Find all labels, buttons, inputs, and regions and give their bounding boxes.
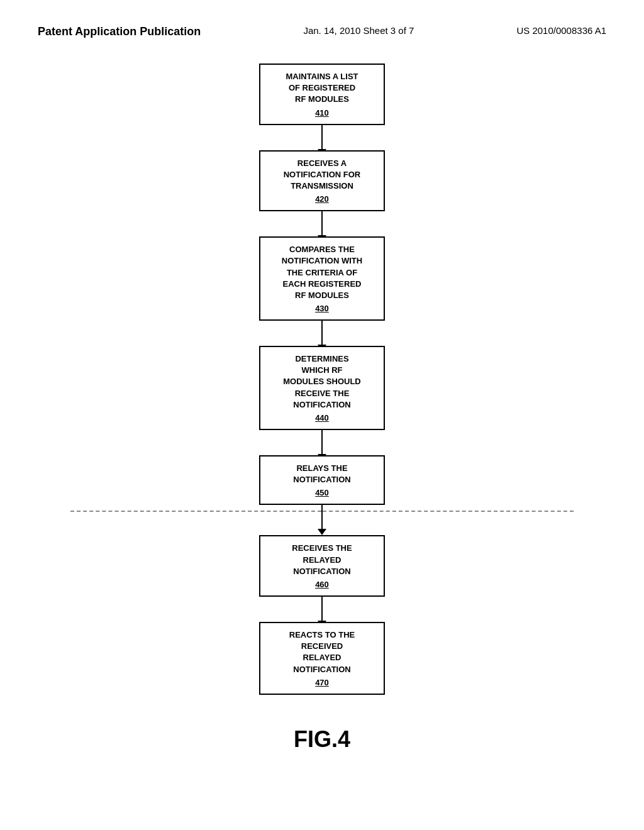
header: Patent Application Publication Jan. 14, … [38, 25, 606, 38]
flow-box-430: COMPARES THENOTIFICATION WITHTHE CRITERI… [259, 236, 385, 321]
box-420-number: 420 [273, 194, 371, 204]
flow-box-450: RELAYS THENOTIFICATION 450 [259, 455, 385, 505]
page: Patent Application Publication Jan. 14, … [0, 0, 644, 830]
flow-box-470: REACTS TO THERECEIVEDRELAYEDNOTIFICATION… [259, 622, 385, 695]
dashed-separator-row [70, 505, 574, 517]
arrow-440-450 [321, 430, 323, 455]
box-430-text: COMPARES THENOTIFICATION WITHTHE CRITERI… [273, 244, 371, 301]
box-470-number: 470 [273, 678, 371, 687]
flow-box-460: RECEIVES THERELAYEDNOTIFICATION 460 [259, 535, 385, 597]
box-460-text: RECEIVES THERELAYEDNOTIFICATION [273, 543, 371, 577]
arrow-420-430 [321, 211, 323, 236]
box-460-number: 460 [273, 580, 371, 589]
box-410-text: MAINTAINS A LISTOF REGISTEREDRF MODULES [273, 71, 371, 106]
header-center: Jan. 14, 2010 Sheet 3 of 7 [303, 25, 414, 36]
arrow-410-420 [321, 125, 323, 150]
header-left: Patent Application Publication [38, 25, 201, 38]
flow-box-410: MAINTAINS A LISTOF REGISTEREDRF MODULES … [259, 64, 385, 125]
box-470-text: REACTS TO THERECEIVEDRELAYEDNOTIFICATION [273, 629, 371, 675]
arrow-below-dashed [321, 517, 323, 530]
header-right: US 2010/0008336 A1 [516, 25, 606, 36]
box-450-text: RELAYS THENOTIFICATION [273, 463, 371, 485]
arrow-460-470 [321, 597, 323, 622]
figure-label: FIG.4 [294, 726, 350, 753]
arrow-head [318, 529, 326, 535]
diagram-container: MAINTAINS A LISTOF REGISTEREDRF MODULES … [38, 64, 606, 753]
box-440-number: 440 [273, 413, 371, 423]
dashed-left [70, 511, 321, 512]
dashed-right [323, 511, 574, 512]
box-420-text: RECEIVES ANOTIFICATION FORTRANSMISSION [273, 158, 371, 192]
box-440-text: DETERMINESWHICH RFMODULES SHOULDRECEIVE … [273, 353, 371, 411]
arrow-430-440 [321, 321, 323, 346]
arrow-bottom-segment [321, 517, 323, 530]
flow-box-420: RECEIVES ANOTIFICATION FORTRANSMISSION 4… [259, 150, 385, 212]
box-450-number: 450 [273, 488, 371, 497]
box-430-number: 430 [273, 304, 371, 313]
flow-box-440: DETERMINESWHICH RFMODULES SHOULDRECEIVE … [259, 346, 385, 430]
box-410-number: 410 [273, 108, 371, 118]
